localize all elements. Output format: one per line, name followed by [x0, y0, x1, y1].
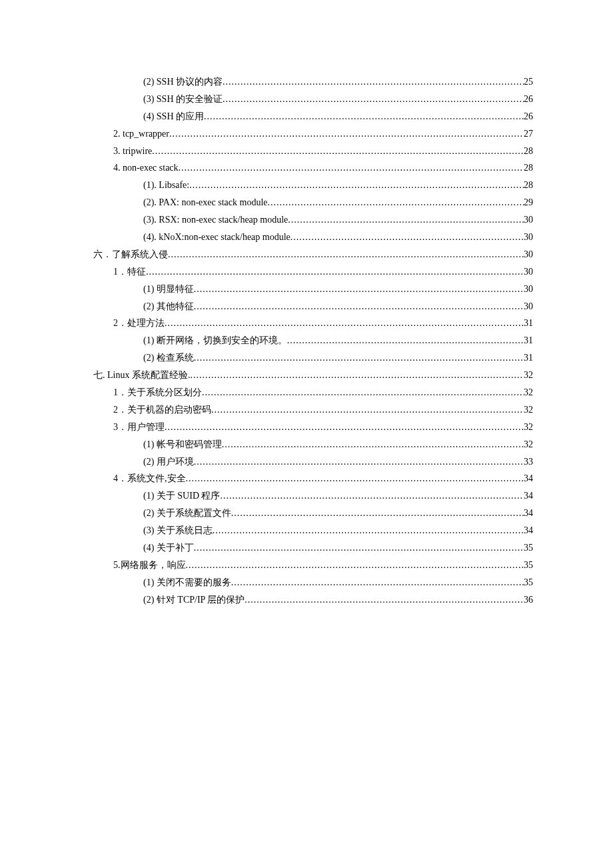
toc-entry-page: 25	[524, 73, 533, 91]
toc-entry: (2) 其他特征30	[93, 298, 533, 315]
toc-entry: 2. tcp_wrapper27	[93, 125, 533, 143]
toc-entry: (4). kNoX:non-exec stack/heap module 30	[93, 229, 533, 246]
toc-entry: 3．用户管理32	[93, 419, 533, 436]
toc-entry-page: 33	[524, 453, 533, 471]
toc-entry-leader	[194, 453, 524, 471]
toc-entry-title: 2．处理方法	[113, 315, 165, 332]
toc-entry-page: 32	[524, 367, 533, 384]
toc-entry-leader	[169, 125, 524, 143]
toc-entry-leader	[168, 246, 524, 263]
toc-entry: 七. Linux 系统配置经验.32	[93, 367, 533, 384]
toc-entry-page: 35	[524, 557, 533, 574]
toc-entry-leader	[202, 384, 524, 401]
toc-entry-title: (2) 关于系统配置文件	[143, 505, 231, 522]
toc-entry: (3). RSX: non-exec stack/heap module 30	[93, 211, 533, 229]
toc-entry-title: (1) 帐号和密码管理	[143, 436, 222, 453]
toc-entry-title: 1．特征	[113, 263, 146, 281]
toc-entry: (4) SSH 的应用26	[93, 108, 533, 125]
toc-entry-title: (2) 针对 TCP/IP 层的保护	[143, 591, 245, 609]
toc-entry-page: 35	[524, 539, 533, 557]
toc-entry: 六．了解系统入侵30	[93, 246, 533, 263]
toc-entry-title: 3．用户管理	[113, 419, 165, 436]
toc-entry-page: 32	[524, 401, 533, 419]
toc-entry-leader	[245, 591, 524, 609]
toc-entry-leader	[179, 159, 524, 177]
toc-entry-title: (1) 关于 SUID 程序	[143, 487, 221, 505]
toc-entry-page: 30	[524, 298, 533, 315]
toc-entry-title: 4. non-exec stack	[113, 159, 179, 177]
toc-entry: 2．处理方法31	[93, 315, 533, 332]
toc-entry-leader	[194, 298, 524, 315]
toc-entry-leader	[268, 194, 524, 211]
toc-entry-page: 28	[524, 159, 533, 177]
toc-entry-page: 34	[524, 522, 533, 539]
toc-entry-title: 七. Linux 系统配置经验.	[93, 367, 190, 384]
toc-entry-page: 27	[524, 125, 533, 143]
toc-entry-title: (1) 明显特征	[143, 281, 194, 298]
toc-entry-page: 35	[524, 574, 533, 591]
toc-entry-page: 34	[524, 470, 533, 487]
toc-entry-page: 32	[524, 419, 533, 436]
toc-entry-leader	[165, 315, 524, 332]
toc-entry: 4．系统文件,安全34	[93, 470, 533, 487]
toc-entry-page: 31	[524, 315, 533, 332]
toc-entry-page: 34	[524, 487, 533, 505]
toc-entry-title: (2) 用户环境	[143, 453, 194, 471]
toc-entry-leader	[222, 436, 524, 453]
toc-entry-page: 30	[524, 211, 533, 229]
toc-entry-leader	[204, 108, 524, 125]
toc-entry-title: 2. tcp_wrapper	[113, 125, 169, 143]
toc-entry: (4) 关于补丁35	[93, 539, 533, 557]
toc-entry-leader	[223, 91, 524, 108]
toc-entry-leader	[194, 281, 524, 298]
toc-entry: (2) 用户环境33	[93, 453, 533, 471]
toc-entry: 4. non-exec stack28	[93, 159, 533, 177]
toc-entry-page: 30	[524, 263, 533, 281]
toc-entry-title: 2．关于机器的启动密码	[113, 401, 211, 419]
toc-entry-page: 30	[524, 246, 533, 263]
toc-entry-leader	[186, 557, 524, 574]
toc-entry-title: 1．关于系统分区划分	[113, 384, 202, 401]
toc-entry-title: (1) 断开网络，切换到安全的环境。	[143, 332, 287, 349]
toc-entry: (3) SSH 的安全验证26	[93, 91, 533, 108]
toc-entry: (1) 明显特征30	[93, 281, 533, 298]
toc-entry: (1) 关闭不需要的服务35	[93, 574, 533, 591]
toc-entry-leader	[186, 470, 524, 487]
toc-entry: (1) 帐号和密码管理32	[93, 436, 533, 453]
toc-entry-page: 34	[524, 505, 533, 522]
toc-entry-leader	[194, 539, 524, 557]
toc-entry-page: 26	[524, 108, 533, 125]
toc-entry-title: (3) SSH 的安全验证	[143, 91, 223, 108]
toc-entry-title: (4) 关于补丁	[143, 539, 194, 557]
toc-entry-title: (2) SSH 协议的内容	[143, 73, 223, 91]
toc-entry-page: 26	[524, 91, 533, 108]
toc-entry-page: 32	[524, 384, 533, 401]
toc-entry-title: (3). RSX: non-exec stack/heap module	[143, 211, 288, 229]
toc-entry-title: 六．了解系统入侵	[93, 246, 168, 263]
toc-entry: 2．关于机器的启动密码32	[93, 401, 533, 419]
toc-entry: (1) 关于 SUID 程序34	[93, 487, 533, 505]
toc-entry-title: (1) 关闭不需要的服务	[143, 574, 231, 591]
toc-entry-page: 30	[524, 229, 533, 246]
toc-entry-title: (4). kNoX:non-exec stack/heap module	[143, 229, 291, 246]
toc-entry-title: 4．系统文件,安全	[113, 470, 186, 487]
toc-entry-title: (4) SSH 的应用	[143, 108, 204, 125]
toc-entry-leader	[223, 73, 524, 91]
toc-entry: (2) 检查系统31	[93, 349, 533, 367]
toc-entry-title: 5.网络服务，响应	[113, 557, 186, 574]
toc-entry-title: (2) 其他特征	[143, 298, 194, 315]
toc-entry-leader	[291, 229, 524, 246]
toc-container: (2) SSH 协议的内容25(3) SSH 的安全验证26(4) SSH 的应…	[0, 0, 613, 609]
toc-entry: 1．特征30	[93, 263, 533, 281]
toc-entry-leader	[231, 574, 524, 591]
toc-entry: 1．关于系统分区划分32	[93, 384, 533, 401]
toc-entry-page: 32	[524, 436, 533, 453]
toc-entry: 3. tripwire28	[93, 143, 533, 160]
toc-entry: (3) 关于系统日志34	[93, 522, 533, 539]
toc-entry: (2). PAX: non-exec stack module29	[93, 194, 533, 211]
toc-entry-leader	[146, 263, 524, 281]
toc-entry-page: 28	[524, 143, 533, 160]
toc-entry: 5.网络服务，响应35	[93, 557, 533, 574]
toc-entry-leader	[287, 332, 524, 349]
toc-entry-page: 28	[524, 177, 533, 194]
